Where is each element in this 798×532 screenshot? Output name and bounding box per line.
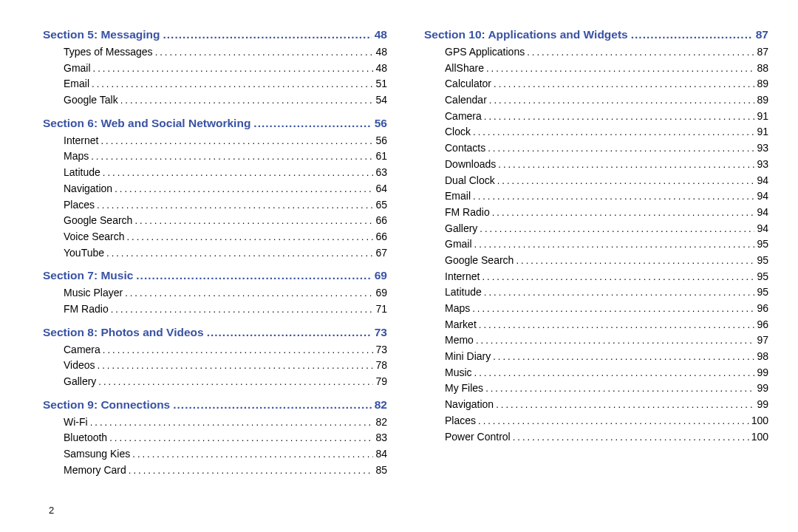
toc-entry[interactable]: Power Control ..........................…	[424, 429, 768, 446]
toc-entry[interactable]: Google Search ..........................…	[43, 213, 387, 229]
toc-entry[interactable]: Maps ...................................…	[43, 149, 387, 165]
toc-entry[interactable]: FM Radio ...............................…	[424, 205, 768, 221]
toc-entry-title: Google Search	[64, 213, 132, 229]
toc-entry[interactable]: Calendar ...............................…	[424, 92, 768, 109]
toc-section-page: 82	[375, 398, 387, 412]
leader-dots: ........................................…	[120, 93, 374, 108]
toc-entry[interactable]: Memo ...................................…	[424, 332, 768, 349]
toc-entry[interactable]: Latitude ...............................…	[424, 284, 768, 301]
toc-entry[interactable]: Navigation .............................…	[424, 397, 768, 413]
toc-entry[interactable]: Places .................................…	[43, 197, 387, 214]
toc-entry[interactable]: Clock ..................................…	[424, 124, 768, 140]
toc-entry-page: 79	[375, 374, 387, 390]
toc-entry[interactable]: Mini Diary .............................…	[424, 349, 768, 365]
toc-entry[interactable]: Music Player ...........................…	[43, 285, 387, 301]
leader-dots: ........................................…	[136, 269, 371, 282]
toc-entry[interactable]: AllShare ...............................…	[424, 61, 768, 77]
toc-section-heading[interactable]: Section 8: Photos and Videos ...........…	[43, 326, 387, 339]
toc-entry-page: 56	[375, 133, 387, 149]
leader-dots: ........................................…	[134, 214, 373, 228]
toc-entry-title: Clock	[445, 124, 471, 140]
toc-entry[interactable]: Camera .................................…	[43, 342, 387, 358]
toc-entry-title: Power Control	[445, 429, 511, 446]
toc-entry[interactable]: Market .................................…	[424, 317, 768, 333]
toc-entry[interactable]: FM Radio ...............................…	[43, 301, 387, 318]
toc-entry-title: Maps	[64, 149, 89, 165]
toc-entry[interactable]: Internet ...............................…	[43, 133, 387, 149]
toc-entry-title: Memo	[445, 332, 474, 349]
toc-entry[interactable]: YouTube ................................…	[43, 245, 387, 262]
leader-dots: ........................................…	[493, 349, 754, 364]
leader-dots: ........................................…	[488, 141, 754, 156]
toc-entry[interactable]: Memory Card ............................…	[43, 463, 387, 479]
toc-entry-title: Market	[445, 317, 477, 333]
toc-entry-page: 100	[751, 413, 768, 429]
leader-dots: ........................................…	[479, 318, 755, 332]
toc-entry[interactable]: Music ..................................…	[424, 365, 768, 381]
toc-entry-page: 94	[757, 188, 768, 205]
leader-dots: ........................................…	[253, 117, 371, 130]
leader-dots: ........................................…	[163, 28, 371, 41]
toc-entry[interactable]: Latitude ...............................…	[43, 165, 387, 181]
toc-entry[interactable]: Contacts ...............................…	[424, 140, 768, 157]
toc-entry[interactable]: GPS Applications .......................…	[424, 44, 768, 61]
toc-entry-page: 89	[757, 92, 768, 109]
toc-entry-page: 87	[757, 44, 768, 61]
leader-dots: ........................................…	[474, 366, 755, 381]
toc-section-heading[interactable]: Section 6: Web and Social Networking ...…	[43, 117, 387, 130]
toc-entry[interactable]: Google Search ..........................…	[424, 253, 768, 269]
toc-section-heading[interactable]: Section 7: Music .......................…	[43, 269, 387, 282]
toc-column-left: Section 5: Messaging ...................…	[43, 28, 387, 478]
toc-entry[interactable]: Email ..................................…	[424, 188, 768, 205]
toc-entry[interactable]: Internet ...............................…	[424, 269, 768, 285]
leader-dots: ........................................…	[482, 270, 754, 284]
toc-entry[interactable]: Dual Clock .............................…	[424, 173, 768, 189]
toc-entry[interactable]: Gmail ..................................…	[424, 236, 768, 253]
toc-entry-page: 98	[757, 349, 768, 365]
toc-entry-title: FM Radio	[445, 205, 490, 221]
toc-entry[interactable]: Camera .................................…	[424, 109, 768, 125]
leader-dots: ........................................…	[631, 28, 753, 41]
toc-entry-page: 64	[375, 181, 387, 197]
toc-section-heading[interactable]: Section 5: Messaging ...................…	[43, 28, 387, 41]
toc-entry[interactable]: Gallery ................................…	[43, 374, 387, 390]
toc-entry-title: Music Player	[64, 285, 123, 301]
toc-entry[interactable]: Bluetooth ..............................…	[43, 430, 387, 446]
leader-dots: ........................................…	[155, 45, 374, 60]
toc-entry[interactable]: Gallery ................................…	[424, 221, 768, 237]
toc-entry[interactable]: Samsung Kies ...........................…	[43, 446, 387, 463]
leader-dots: ........................................…	[125, 286, 373, 301]
toc-entry[interactable]: Places .................................…	[424, 413, 768, 429]
toc-entry[interactable]: Downloads ..............................…	[424, 157, 768, 173]
toc-entry-title: Navigation	[445, 397, 494, 413]
toc-entry-page: 95	[757, 284, 768, 301]
leader-dots: ........................................…	[93, 61, 374, 76]
toc-entry[interactable]: Wi-Fi ..................................…	[43, 415, 387, 431]
toc-entry-title: Dual Clock	[445, 173, 495, 189]
toc-section-heading[interactable]: Section 9: Connections .................…	[43, 398, 387, 412]
toc-section-title: Section 6: Web and Social Networking	[43, 117, 250, 130]
toc-entry-page: 85	[375, 463, 387, 479]
toc-entry[interactable]: Navigation .............................…	[43, 181, 387, 197]
toc-entry[interactable]: Google Talk ............................…	[43, 92, 387, 109]
toc-entry[interactable]: Maps ...................................…	[424, 301, 768, 317]
toc-section-heading[interactable]: Section 10: Applications and Widgets ...…	[424, 28, 768, 41]
toc-entry[interactable]: Videos .................................…	[43, 358, 387, 374]
toc-entry[interactable]: My Files ...............................…	[424, 381, 768, 397]
leader-dots: ........................................…	[473, 189, 754, 204]
toc-entry[interactable]: Voice Search ...........................…	[43, 229, 387, 245]
leader-dots: ........................................…	[106, 246, 373, 261]
toc-entry-page: 99	[757, 397, 768, 413]
toc-entry-title: Latitude	[445, 284, 482, 301]
leader-dots: ........................................…	[480, 222, 754, 236]
toc-entry-page: 73	[375, 342, 387, 358]
toc-entry[interactable]: Gmail ..................................…	[43, 61, 387, 77]
toc-entry-title: Bluetooth	[64, 430, 107, 446]
toc-entry[interactable]: Calculator .............................…	[424, 76, 768, 92]
toc-entry-title: Music	[445, 365, 472, 381]
toc-entry[interactable]: Types of Messages ......................…	[43, 44, 387, 61]
toc-entry-page: 82	[375, 415, 387, 431]
leader-dots: ........................................…	[98, 358, 374, 373]
toc-entry-title: Videos	[64, 358, 95, 374]
toc-entry[interactable]: Email ..................................…	[43, 76, 387, 92]
